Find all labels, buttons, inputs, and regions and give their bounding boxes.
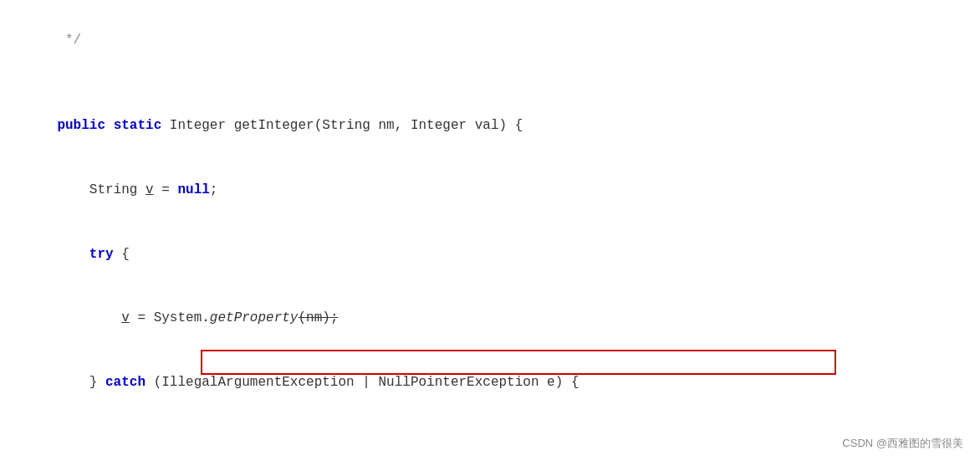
method-signature: Integer getInteger(String nm, Integer va… (170, 118, 523, 133)
code-line-2 (25, 73, 963, 95)
highlight-border (201, 350, 836, 375)
code-line-6: v = System.getProperty(nm); (25, 287, 963, 351)
semicolon: ; (210, 182, 218, 197)
code-line-8: } (25, 458, 963, 461)
keyword-catch: catch (105, 375, 145, 390)
catch-args: (IllegalArgumentException | NullPointerE… (145, 375, 579, 390)
watermark: CSDN @西雅图的雪很美 (842, 435, 963, 453)
indent (57, 247, 89, 262)
code-line-5: try { (25, 223, 963, 287)
comment-close: */ (57, 33, 81, 48)
args-nm: (nm); (298, 310, 338, 325)
assign: = (154, 182, 178, 197)
keyword-try: try (89, 247, 114, 262)
indent (57, 310, 121, 325)
code-container: */ public static Integer getInteger(Stri… (0, 0, 980, 461)
code-line-4: String v = null; (25, 158, 963, 223)
method-getProperty: getProperty (210, 310, 299, 325)
code-line-1: */ (25, 8, 963, 73)
keyword-public: public (57, 118, 113, 133)
indent: String (57, 182, 145, 197)
code-line-3: public static Integer getInteger(String … (25, 94, 963, 158)
var-v2: v (121, 310, 130, 325)
assign2: = System. (130, 310, 210, 325)
keyword-null: null (177, 182, 209, 197)
brace-open: { (114, 247, 130, 262)
var-v: v (145, 182, 154, 197)
close-brace: } (57, 375, 105, 390)
code-line-7: } catch (IllegalArgumentException | Null… (25, 351, 963, 458)
keyword-static: static (114, 118, 170, 133)
